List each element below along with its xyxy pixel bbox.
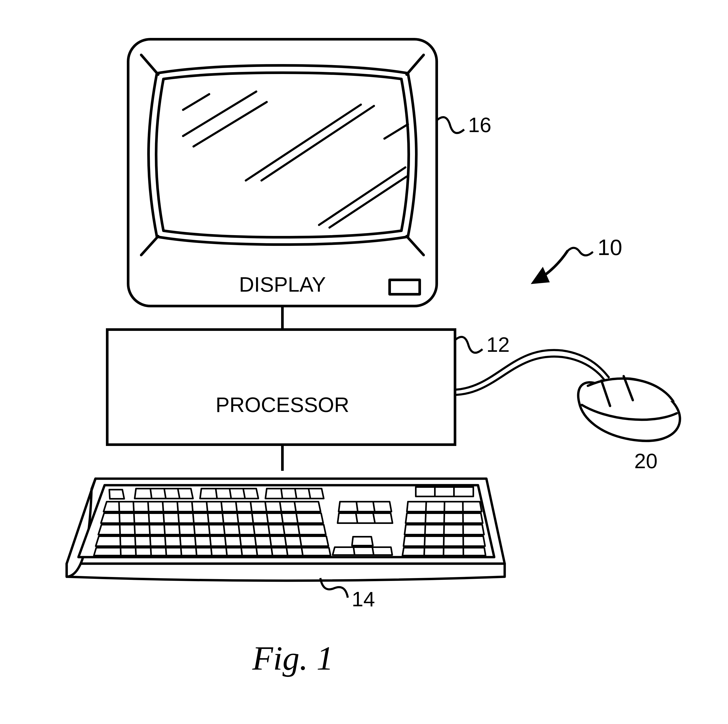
svg-line-2 [407, 55, 424, 75]
svg-rect-0 [128, 39, 437, 306]
svg-line-4 [407, 236, 424, 255]
processor-unit [107, 329, 455, 445]
svg-rect-13 [390, 280, 420, 294]
keyboard-ref-number: 14 [352, 588, 375, 611]
assembly-ref-arrow [534, 248, 592, 283]
display-ref-leader [437, 117, 464, 133]
display-monitor [128, 39, 437, 306]
assembly-ref-number: 10 [598, 235, 622, 260]
svg-line-9 [319, 167, 405, 225]
svg-line-7 [246, 105, 361, 181]
display-ref-number: 16 [468, 113, 491, 136]
keyboard [67, 479, 505, 581]
svg-marker-17 [534, 269, 548, 283]
svg-line-3 [141, 236, 158, 255]
processor-label: PROCESSOR [216, 393, 349, 416]
svg-rect-27 [416, 487, 473, 496]
mouse [578, 376, 680, 441]
display-label: DISPLAY [239, 273, 326, 296]
computer-system-diagram: DISPLAY 16 PROCESSOR 12 20 10 [0, 0, 728, 724]
svg-line-11 [183, 94, 209, 110]
mouse-ref-number: 20 [635, 449, 658, 473]
figure-caption: Fig. 1 [252, 639, 334, 677]
svg-line-1 [141, 55, 158, 75]
svg-line-51 [463, 502, 463, 556]
svg-line-5 [183, 92, 256, 136]
svg-line-12 [384, 124, 408, 139]
svg-line-8 [262, 106, 374, 181]
svg-line-6 [194, 102, 267, 147]
processor-ref-number: 12 [486, 333, 510, 356]
svg-line-50 [444, 502, 445, 556]
processor-ref-leader [455, 337, 482, 353]
svg-line-10 [329, 176, 407, 228]
svg-line-47 [353, 547, 355, 555]
svg-rect-14 [107, 329, 455, 445]
